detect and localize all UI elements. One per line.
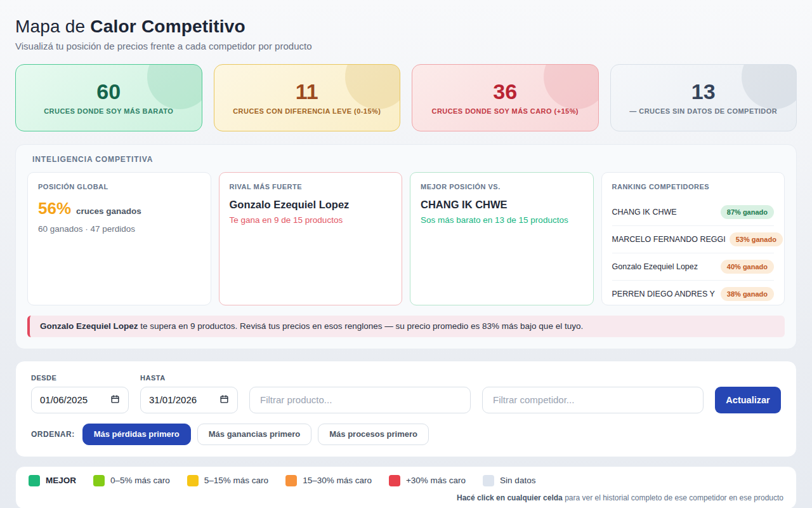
legend-label: 0–5% más caro [110,476,170,485]
date-to-label: HASTA [140,374,238,382]
decorative-circle [742,64,797,109]
decorative-circle [544,64,599,109]
legend-swatch-yellow [187,475,199,486]
competitor-filter-input[interactable] [482,387,704,413]
rival-detail: Te gana en 9 de 15 productos [230,215,392,225]
legend-swatch-green [29,475,40,486]
stat-card-no-data: 13 — CRUCES SIN DATOS DE COMPETIDOR [610,64,797,131]
legend-swatch-gray [483,475,494,486]
date-from-field: DESDE 01/06/2025 [31,374,129,413]
legend-item-30-plus: +30% más caro [389,475,466,486]
calendar-icon[interactable] [219,394,229,406]
stat-label: CRUCES DONDE SOY MÁS CARO (+15%) [432,107,579,115]
page-subtitle: Visualizá tu posición de precios frente … [15,41,797,51]
global-detail: 60 ganados · 47 perdidos [38,224,200,234]
filter-row: DESDE 01/06/2025 HASTA 31/01/2026 [31,374,781,413]
legend-row: MEJOR 0–5% más caro 5–15% más caro 15–30… [29,475,783,486]
card-best-position: MEJOR POSICIÓN VS. CHANG IK CHWE Sos más… [410,172,594,305]
card-title: RIVAL MÁS FUERTE [230,183,392,190]
win-rate-badge: 38% ganado [721,287,774,301]
legend-item-mejor: MEJOR [29,475,76,486]
decorative-circle [147,64,202,109]
rival-alert-text: te supera en 9 productos. Revisá tus pre… [138,321,584,331]
competitor-name: CHANG IK CHWE [612,208,677,217]
stat-value: 13 [691,81,716,102]
page-title-bold: Calor Competitivo [90,17,246,36]
legend-item-5-15: 5–15% más caro [187,475,268,486]
rival-name: Gonzalo Ezequiel Lopez [230,199,392,211]
decorative-circle [345,64,400,109]
stat-value: 60 [96,81,121,102]
stat-label: — CRUCES SIN DATOS DE COMPETIDOR [629,107,777,115]
stat-card-cheaper: 60 CRUCES DONDE SOY MÁS BARATO [15,64,202,131]
global-percent-line: 56% cruces ganados [38,199,200,218]
heatmap-page: Mapa de Calor Competitivo Visualizá tu p… [0,0,812,508]
ranking-row: Gonzalo Ezequiel Lopez 40% ganado [612,253,775,281]
calendar-icon[interactable] [110,394,120,406]
legend-item-15-30: 15–30% más caro [285,475,372,486]
ranking-row: PERREN DIEGO ANDRES Y 38% ganado [612,281,775,305]
sort-label: ORDENAR: [31,430,75,439]
win-rate-badge: 40% ganado [721,260,774,274]
date-to-input[interactable]: 31/01/2026 [140,387,238,413]
page-title-regular: Mapa de [15,17,90,36]
card-strongest-rival: RIVAL MÁS FUERTE Gonzalo Ezequiel Lopez … [219,172,403,305]
legend-label: MEJOR [46,476,76,485]
stat-label: CRUCES DONDE SOY MÁS BARATO [44,107,173,115]
stat-value: 36 [493,81,517,102]
sort-most-losses-button[interactable]: Más pérdidas primero [82,424,191,445]
ranking-row: MARCELO FERNANDO REGGI 53% ganado [612,226,775,253]
ranking-row: CHANG IK CHWE 87% ganado [612,199,775,226]
date-to-value: 31/01/2026 [149,394,197,405]
global-percent-label: cruces ganados [76,206,141,216]
competitor-name: PERREN DIEGO ANDRES Y [612,290,715,298]
legend-label: 15–30% más caro [303,476,372,485]
legend-swatch-orange [285,475,297,486]
global-percent: 56% [38,199,71,218]
legend-label: +30% más caro [406,476,466,485]
date-from-value: 01/06/2025 [40,394,88,405]
click-hint-bold: Hacé click en cualquier celda [457,493,563,502]
stat-card-more-expensive: 36 CRUCES DONDE SOY MÁS CARO (+15%) [412,64,599,131]
stat-card-slight-diff: 11 CRUCES CON DIFERENCIA LEVE (0-15%) [214,64,401,131]
win-rate-badge: 53% ganado [730,232,783,246]
card-title: MEJOR POSICIÓN VS. [421,183,583,190]
card-global-position: POSICIÓN GLOBAL 56% cruces ganados 60 ga… [27,172,211,305]
stat-value: 11 [296,81,318,102]
intel-section-title: INTELIGENCIA COMPETITIVA [27,155,785,164]
legend-swatch-red [389,475,400,486]
legend-label: 5–15% más caro [204,476,268,485]
stat-label: CRUCES CON DIFERENCIA LEVE (0-15%) [233,107,381,115]
legend-item-0-5: 0–5% más caro [93,475,170,486]
click-hint-text: para ver el historial completo de ese co… [563,493,783,502]
competitor-name: MARCELO FERNANDO REGGI [612,235,726,244]
sort-row: ORDENAR: Más pérdidas primero Más gananc… [31,424,781,445]
sort-most-processes-button[interactable]: Más procesos primero [318,424,429,445]
win-rate-badge: 87% ganado [721,205,774,219]
page-title: Mapa de Calor Competitivo [15,17,797,37]
best-detail: Sos más barato en 13 de 15 productos [421,215,583,225]
legend-item-no-data: Sin datos [483,475,535,486]
intel-section: INTELIGENCIA COMPETITIVA POSICIÓN GLOBAL… [15,144,797,349]
card-title: POSICIÓN GLOBAL [38,183,200,190]
date-to-field: HASTA 31/01/2026 [140,374,238,413]
card-title: RANKING COMPETIDORES [612,183,775,190]
date-from-label: DESDE [31,374,129,382]
rival-alert-name: Gonzalo Ezequiel Lopez [40,321,138,331]
click-hint: Hacé click en cualquier celda para ver e… [29,493,783,502]
date-from-input[interactable]: 01/06/2025 [31,387,129,413]
stats-row: 60 CRUCES DONDE SOY MÁS BARATO 11 CRUCES… [15,64,797,131]
rival-alert: Gonzalo Ezequiel Lopez te supera en 9 pr… [27,316,785,337]
card-competitor-ranking: RANKING COMPETIDORES CHANG IK CHWE 87% g… [601,172,785,305]
best-competitor-name: CHANG IK CHWE [421,199,583,211]
intel-cards-row: POSICIÓN GLOBAL 56% cruces ganados 60 ga… [27,172,785,305]
legend-swatch-lime [93,475,105,486]
product-filter-input[interactable] [249,387,471,413]
legend-label: Sin datos [500,476,535,485]
competitor-name: Gonzalo Ezequiel Lopez [612,262,698,271]
sort-most-wins-button[interactable]: Más ganancias primero [197,424,312,445]
update-button[interactable]: Actualizar [715,387,781,413]
legend-card: MEJOR 0–5% más caro 5–15% más caro 15–30… [15,466,797,508]
filters-card: DESDE 01/06/2025 HASTA 31/01/2026 [15,361,797,457]
